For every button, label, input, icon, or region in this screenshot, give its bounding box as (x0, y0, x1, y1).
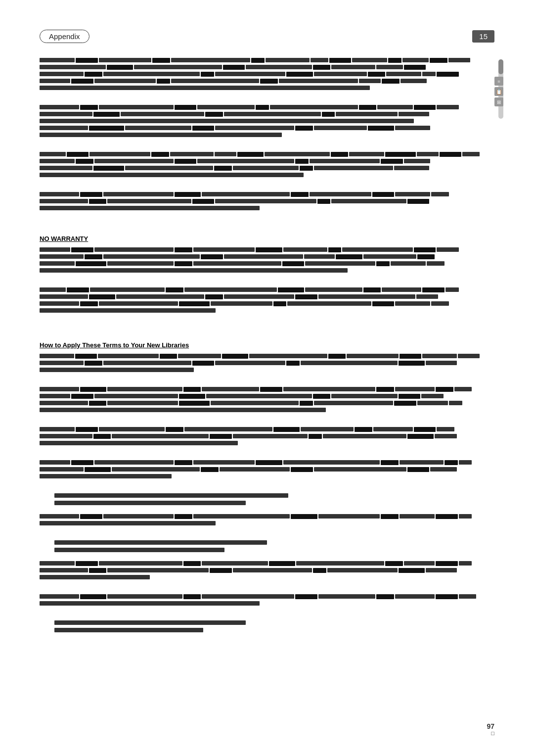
how-to-apply-para-3 (40, 427, 480, 445)
how-to-apply-heading: How to Apply These Terms to Your New Lib… (40, 341, 480, 349)
indented-block-2 (54, 540, 480, 552)
menu-icon[interactable]: ≡ (494, 77, 503, 86)
side-icons: ≡ 📋 ⊞ (494, 77, 503, 106)
footer-page-number: 97 □ (487, 722, 494, 736)
appendix-label: Appendix (40, 30, 89, 43)
no-warranty-para-2 (40, 287, 480, 313)
how-to-apply-para-6 (40, 561, 480, 579)
grid-icon[interactable]: ⊞ (494, 97, 503, 106)
how-to-apply-para-4 (40, 460, 480, 478)
paragraph-1 (40, 58, 480, 90)
content-area: NO WARRANTY (40, 58, 480, 650)
page-header: Appendix 15 (40, 30, 494, 43)
how-to-apply-para-2 (40, 387, 480, 412)
how-to-apply-para-7 (40, 594, 480, 606)
no-warranty-para-1 (40, 247, 480, 273)
page-number: 15 (472, 30, 494, 43)
paragraph-2 (40, 105, 480, 137)
how-to-apply-para-1 (40, 354, 480, 372)
indented-block-1 (54, 493, 480, 505)
clipboard-icon[interactable]: 📋 (494, 87, 503, 96)
scrollbar-thumb[interactable] (498, 59, 503, 74)
how-to-apply-para-5 (40, 514, 480, 525)
paragraph-4 (40, 192, 480, 210)
no-warranty-heading: NO WARRANTY (40, 235, 480, 242)
paragraph-3 (40, 152, 480, 177)
page-container: Appendix 15 ≡ 📋 ⊞ (0, 0, 534, 756)
indented-block-3 (54, 620, 480, 632)
